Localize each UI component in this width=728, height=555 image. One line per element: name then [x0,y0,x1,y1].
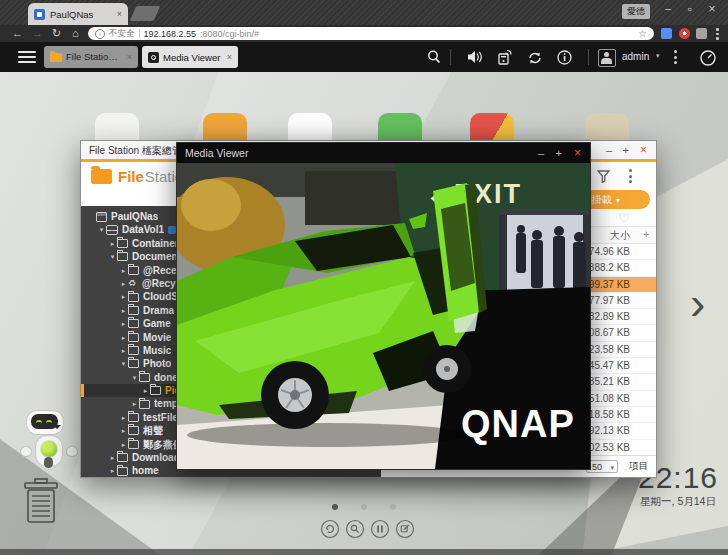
tab-file-station[interactable]: File Station 檔... [44,46,138,68]
expand-icon[interactable] [130,371,139,384]
photo-viewport[interactable]: ←EXIT QNAP [177,163,590,469]
folder-icon [139,400,150,409]
divider [450,49,451,65]
tab-media-viewer[interactable]: Media Viewer [142,46,238,68]
compose-icon[interactable] [395,519,415,539]
address-bar[interactable]: i 不安全 192.168.2.55 :8080/cgi-bin/# ☆ [88,27,654,40]
clock-date: 星期一, 5月14日 [633,495,723,509]
expand-icon[interactable] [108,237,117,250]
expand-icon[interactable] [108,250,117,263]
tab-close-icon[interactable] [117,9,122,19]
pause-icon[interactable] [370,519,390,539]
close-tab-icon[interactable] [227,52,232,62]
more-options-icon[interactable] [629,169,632,186]
expand-icon[interactable] [119,304,128,317]
close-tab-icon[interactable] [127,52,132,62]
folder-icon [128,293,139,302]
robot-head [26,410,64,435]
media-viewer-window[interactable]: Media Viewer ←EXIT [176,142,591,470]
window-close-icon[interactable] [704,2,720,16]
desktop-page-dots[interactable] [332,504,396,510]
favorite-heart-icon[interactable] [618,211,630,226]
expand-icon[interactable] [119,424,128,437]
expand-icon[interactable] [119,344,128,357]
expand-icon[interactable] [119,357,128,370]
expand-icon[interactable] [141,384,150,397]
window-minimize-icon[interactable] [660,2,676,16]
back-icon[interactable]: ← [12,26,23,41]
dashboard-icon[interactable] [698,49,718,71]
window-title: File Station 檔案總管 [89,144,182,158]
folder-icon [128,333,139,342]
expand-icon[interactable] [130,397,139,410]
folder-icon [117,252,128,261]
main-menu-icon[interactable] [18,51,36,65]
add-column-icon[interactable] [643,229,649,240]
folder-icon [117,453,128,462]
expand-icon[interactable] [97,223,106,236]
window-maximize-icon[interactable] [682,2,698,16]
new-tab-button[interactable] [130,6,161,21]
volume-icon[interactable] [466,49,484,69]
maximize-icon[interactable] [623,144,629,156]
nas-icon [96,212,107,222]
filter-icon[interactable] [597,169,610,187]
expand-icon[interactable] [108,464,117,477]
extension-icon-blue[interactable] [661,28,672,39]
folder-icon [128,306,139,315]
expand-icon[interactable] [119,317,128,330]
site-info-icon[interactable]: i [95,29,105,39]
expand-icon[interactable] [119,264,128,277]
qnap-robot-mascot[interactable] [18,410,80,474]
next-desktop-chevron-icon[interactable] [690,280,705,326]
search-icon[interactable] [345,519,365,539]
profile-chip[interactable]: 愛德 [622,4,650,19]
lamborghini-photo: ←EXIT QNAP [177,163,590,469]
divider [588,49,589,65]
extension-icon-gray[interactable] [696,28,707,39]
more-options-icon[interactable] [674,50,677,67]
media-viewer-titlebar[interactable]: Media Viewer [177,143,590,163]
refresh-icon[interactable] [320,519,340,539]
browser-titlebar: PaulQNas 愛德 [0,0,728,25]
close-icon[interactable] [640,144,647,156]
minimize-icon[interactable] [606,144,612,156]
expand-icon[interactable] [119,438,128,451]
home-icon[interactable]: ⌂ [72,26,79,41]
expand-icon[interactable] [119,331,128,344]
minimize-icon[interactable] [538,147,544,159]
folder-icon [128,266,139,275]
robot-body [35,435,63,467]
expand-icon[interactable] [119,277,128,290]
external-device-icon[interactable] [496,49,514,70]
browser-tab[interactable]: PaulQNas [28,3,128,25]
expand-icon[interactable] [119,290,128,303]
expand-icon[interactable] [108,451,117,464]
forward-icon[interactable]: → [32,26,43,41]
sync-icon[interactable] [526,49,544,70]
media-viewer-icon [148,52,159,63]
extension-icon-red[interactable] [679,28,690,39]
chevron-down-icon [656,52,660,60]
folder-icon [128,319,139,328]
close-icon[interactable] [574,147,581,159]
url-host: 192.168.2.55 [144,29,197,39]
folder-icon [117,239,128,248]
volume-badge [168,226,176,234]
info-icon[interactable] [556,49,574,70]
size-column-header[interactable]: 大小 [610,229,630,243]
reload-icon[interactable]: ↻ [52,26,61,41]
expand-icon[interactable] [119,411,128,424]
maximize-icon[interactable] [556,147,562,159]
items-label: 項目 [629,460,648,473]
username[interactable]: admin [622,51,649,62]
url-path: :8080/cgi-bin/# [200,29,634,39]
favicon [34,9,45,20]
browser-menu-icon[interactable] [716,28,719,42]
user-avatar-icon[interactable] [598,49,616,67]
qnap-watermark: QNAP [461,403,575,445]
recycle-bin-icon[interactable] [22,478,60,524]
folder-icon [128,440,139,449]
bookmark-star-icon[interactable]: ☆ [638,28,647,39]
search-icon[interactable] [426,49,442,69]
